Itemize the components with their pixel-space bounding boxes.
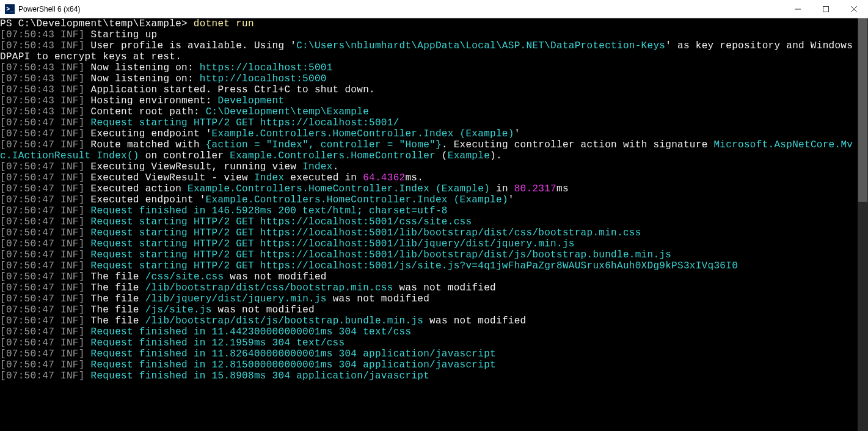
log-msg: Content root path: [91,106,206,117]
log-ts: [07:50:47 INF] [0,238,85,249]
log-msg: Executed ViewResult - view [91,172,254,183]
view: Index [254,172,285,183]
log-msg: Hosting environment: [91,95,218,106]
route-tokens: {action = "Index", controller = "Home"} [206,139,442,150]
request-finished: Request finished in 12.815000000000001ms… [91,359,496,370]
duration: 80.2317 [514,183,556,194]
log-ts: [07:50:47 INF] [0,282,85,293]
url: http://localhost:5000 [200,73,327,84]
minimize-button[interactable] [784,0,812,18]
log-msg: was not modified [212,304,315,315]
log-ts: [07:50:47 INF] [0,348,85,359]
request: Request starting HTTP/2 GET https://loca… [91,238,587,249]
log-ts: [07:50:47 INF] [0,139,85,150]
terminal-output[interactable]: PS C:\Development\temp\Example> dotnet r… [0,18,858,431]
url: https://localhost:5001 [200,62,333,73]
close-button[interactable] [840,0,868,18]
log-ts: [07:50:47 INF] [0,260,85,271]
log-ts: [07:50:47 INF] [0,293,85,304]
log-ts: [07:50:47 INF] [0,194,85,205]
svg-rect-1 [823,6,829,12]
log-ts: [07:50:47 INF] [0,205,85,216]
log-msg: Executed endpoint ' [91,194,206,205]
path: C:\Users\nblumhardt\AppData\Local\ASP.NE… [296,40,665,51]
log-msg: Executing endpoint ' [91,128,212,139]
log-msg: Now listening on: [91,62,200,73]
command: dotnet run [194,18,254,29]
scrollbar-thumb[interactable] [858,18,867,202]
log-ts: [07:50:43 INF] [0,84,85,95]
log-ts: [07:50:43 INF] [0,62,85,73]
log-msg: ). [490,150,502,161]
log-ts: [07:50:47 INF] [0,370,85,381]
log-ts: [07:50:47 INF] [0,315,85,326]
log-msg: Route matched with [91,139,206,150]
log-ts: [07:50:47 INF] [0,117,85,128]
duration: 64.4362 [363,172,405,183]
log-ts: [07:50:47 INF] [0,337,85,348]
log-ts: [07:50:47 INF] [0,227,85,238]
log-msg: The file [91,282,145,293]
log-msg: The file [91,304,145,315]
log-msg: ' [508,194,514,205]
log-msg: . Executing controller action with signa… [442,139,714,150]
log-msg: ' [514,128,520,139]
endpoint: Example.Controllers.HomeController.Index… [212,128,514,139]
log-ts: [07:50:43 INF] [0,40,85,51]
log-ts: [07:50:47 INF] [0,304,85,315]
file-path: /css/site.css [145,271,224,282]
request: Request starting HTTP/2 GET https://loca… [91,260,750,271]
request: Request starting HTTP/2 GET https://loca… [91,249,684,260]
request-finished: Request finished in 12.1959ms 304 text/c… [91,337,345,348]
log-ts: [07:50:47 INF] [0,271,85,282]
log-msg: Starting up [91,29,158,40]
action: Example.Controllers.HomeController.Index… [188,183,490,194]
log-ts: [07:50:43 INF] [0,106,85,117]
log-ts: [07:50:47 INF] [0,172,85,183]
log-msg: was not modified [393,282,496,293]
log-msg: ( [436,150,448,161]
log-msg: Executed action [91,183,188,194]
file-path: /lib/bootstrap/dist/css/bootstrap.min.cs… [145,282,393,293]
log-msg: The file [91,315,145,326]
log-ts: [07:50:47 INF] [0,161,85,172]
title-bar[interactable]: >_ PowerShell 6 (x64) [0,0,868,18]
file-path: /lib/jquery/dist/jquery.min.js [145,293,327,304]
terminal-area: PS C:\Development\temp\Example> dotnet r… [0,18,868,431]
request-finished: Request finished in 11.826400000000001ms… [91,348,496,359]
prompt: PS C:\Development\temp\Example> [0,18,194,29]
vertical-scrollbar[interactable] [858,18,868,431]
log-ts: [07:50:43 INF] [0,95,85,106]
file-path: /lib/bootstrap/dist/js/bootstrap.bundle.… [145,315,423,326]
log-msg: User profile is available. Using ' [91,40,297,51]
log-ts: [07:50:47 INF] [0,128,85,139]
log-msg: Application started. Press Ctrl+C to shu… [91,84,375,95]
log-msg: was not modified [327,293,429,304]
log-msg: on controller [139,150,230,161]
log-msg: . [333,161,339,172]
maximize-button[interactable] [812,0,840,18]
window-title: PowerShell 6 (x64) [18,5,80,13]
log-msg: The file [91,271,145,282]
file-path: /js/site.js [145,304,212,315]
log-ts: [07:50:43 INF] [0,73,85,84]
log-ts: [07:50:47 INF] [0,249,85,260]
log-ts: [07:50:47 INF] [0,359,85,370]
log-msg: was not modified [423,315,526,326]
view: Index [302,161,333,172]
log-msg: The file [91,293,145,304]
request: Request starting HTTP/2 GET https://loca… [91,216,484,227]
endpoint: Example.Controllers.HomeController.Index… [206,194,508,205]
powershell-icon: >_ [5,4,15,14]
log-msg: executed in [284,172,363,183]
env: Development [218,95,285,106]
log-msg: Now listening on: [91,73,200,84]
request: Request starting HTTP/2 GET https://loca… [91,227,654,238]
request-finished: Request finished in 15.8908ms 304 applic… [91,370,430,381]
log-ts: [07:50:47 INF] [0,216,85,227]
request-finished: Request finished in 11.442300000000001ms… [91,326,412,337]
request-finished: Request finished in 146.5928ms 200 text/… [91,205,448,216]
request: Request starting HTTP/2 GET https://loca… [91,117,412,128]
window-controls [784,0,868,18]
log-ts: [07:50:47 INF] [0,326,85,337]
